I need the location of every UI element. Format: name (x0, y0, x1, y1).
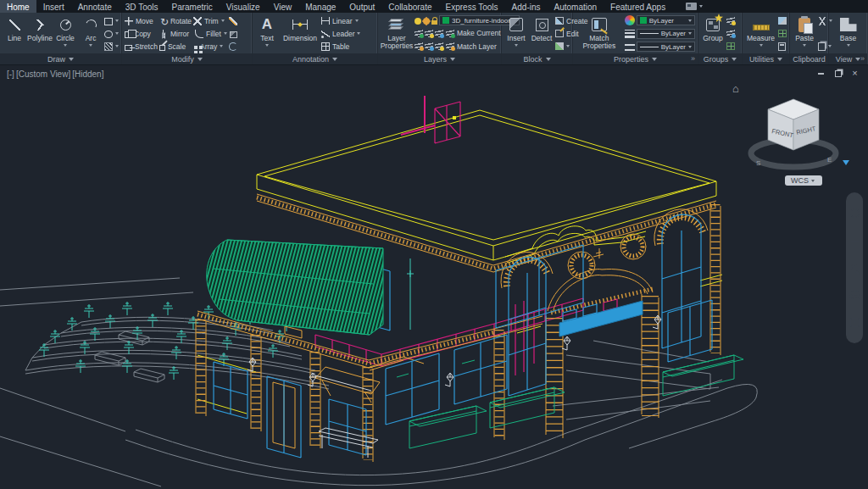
tab-annotate[interactable]: Annotate (71, 0, 119, 13)
text-button[interactable]: AText (255, 14, 279, 53)
viewport-visual-style-control[interactable]: [Hidden] (72, 69, 103, 79)
layer-tool-icon[interactable] (425, 42, 433, 50)
array-button[interactable]: Array (193, 41, 227, 52)
mirror-button[interactable]: Mirror (159, 28, 192, 39)
chevron-down-icon (699, 5, 703, 9)
measure-button[interactable]: Measure (745, 14, 776, 53)
id-point-button[interactable] (778, 28, 787, 39)
showmotion-icon[interactable] (850, 318, 860, 327)
layer-tool-icon[interactable] (435, 42, 443, 50)
viewcube[interactable]: ⌂ S E FRONT RIGHT WCS (737, 79, 856, 186)
make-current-button[interactable]: Make Current (446, 28, 501, 39)
tab-3d-tools[interactable]: 3D Tools (119, 0, 165, 13)
copy-button[interactable]: Copy (125, 28, 158, 39)
close-icon[interactable]: × (850, 69, 860, 78)
rectangle-button[interactable] (104, 15, 119, 26)
quick-select-button[interactable] (778, 15, 787, 26)
layer-on-icon[interactable] (415, 18, 421, 25)
tab-express-tools[interactable]: Express Tools (439, 0, 505, 13)
layer-tool-icon[interactable] (425, 30, 433, 37)
match-layer-button[interactable]: Match Layer (446, 41, 497, 52)
panel-title-groups[interactable]: Groups (698, 53, 742, 64)
tab-view[interactable]: View (267, 0, 299, 13)
tab-add-ins[interactable]: Add-ins (505, 0, 548, 13)
group-select-button[interactable] (726, 41, 735, 52)
orbit-icon[interactable] (850, 290, 860, 299)
lineweight-dropdown[interactable]: ByLayer (637, 29, 695, 39)
quick-calc-button[interactable] (778, 41, 787, 52)
viewport-view-control[interactable]: [Custom View] (16, 69, 70, 79)
tab-featured-apps[interactable]: Featured Apps (604, 0, 672, 13)
dialog-launcher-icon[interactable]: » (691, 55, 695, 63)
panel-title-clipboard[interactable]: Clipboard (790, 53, 828, 64)
stretch-button[interactable]: Stretch (125, 41, 158, 52)
ellipse-button[interactable] (104, 28, 119, 39)
ungroup-button[interactable] (726, 15, 735, 26)
tab-automation[interactable]: Automation (548, 0, 604, 13)
tab-manage[interactable]: Manage (298, 0, 342, 13)
match-properties-button[interactable]: Match Properties (576, 14, 623, 53)
trim-icon (193, 17, 202, 25)
scale-button[interactable]: Scale (159, 41, 192, 52)
table-button[interactable]: Table (321, 41, 360, 52)
panel-title-utilities[interactable]: Utilities (743, 53, 789, 64)
dialog-launcher-icon[interactable]: » (860, 55, 865, 63)
compass-east-label[interactable]: E (827, 156, 832, 164)
tab-insert[interactable]: Insert (36, 0, 71, 13)
layer-thaw-icon[interactable] (423, 18, 430, 25)
circle-button[interactable]: Circle (53, 14, 77, 53)
base-button[interactable]: Base (837, 14, 860, 53)
layer-lock-icon[interactable] (431, 20, 437, 25)
trim-button[interactable]: Trim (193, 15, 227, 26)
panel-title-view[interactable]: View» (829, 53, 867, 64)
arc-button[interactable]: Arc (79, 14, 103, 53)
group-button[interactable]: Group (701, 14, 725, 53)
fillet-button[interactable]: Fillet (193, 28, 227, 39)
offset-button[interactable] (229, 41, 237, 52)
hatch-button[interactable] (104, 41, 119, 52)
object-color-dropdown[interactable]: ByLayer (637, 15, 695, 25)
ribbon-extra-button[interactable] (681, 0, 708, 13)
tab-output[interactable]: Output (342, 0, 381, 13)
viewport-minimize-control[interactable]: [-] (7, 69, 14, 79)
panel-title-modify[interactable]: Modify (122, 53, 252, 64)
tab-home[interactable]: Home (0, 0, 36, 13)
tab-collaborate[interactable]: Collaborate (381, 0, 438, 13)
home-icon[interactable]: ⌂ (732, 82, 739, 95)
model-space-canvas[interactable]: [-] [Custom View] [Hidden] × (0, 65, 868, 489)
panel-title-draw[interactable]: Draw (0, 53, 121, 64)
dimension-button[interactable]: Dimension (281, 14, 320, 53)
tab-parametric[interactable]: Parametric (164, 0, 219, 13)
polyline-button[interactable]: Polyline (28, 14, 52, 53)
restore-icon[interactable] (833, 69, 843, 78)
rotate-button[interactable]: Rotate (159, 15, 192, 26)
layer-tool-icon[interactable] (415, 30, 423, 37)
layer-tool-icon[interactable] (435, 30, 443, 37)
pan-icon[interactable] (850, 236, 860, 246)
detect-button[interactable]: Detect (530, 14, 554, 53)
steering-wheel-icon[interactable] (850, 208, 860, 218)
panel-title-block[interactable]: Block (502, 53, 572, 64)
move-button[interactable]: Move (125, 15, 158, 26)
linetype-dropdown[interactable]: ByLayer (637, 42, 695, 52)
zoom-icon[interactable] (851, 264, 858, 271)
panel-title-annotation[interactable]: Annotation (253, 53, 377, 64)
linear-button[interactable]: Linear (321, 15, 360, 26)
lineweight-icon (625, 29, 635, 38)
wcs-selector[interactable]: WCS (785, 175, 822, 186)
line-button[interactable]: Line (3, 14, 26, 53)
insert-button[interactable]: Insert (504, 14, 528, 53)
group-edit-button[interactable] (726, 28, 735, 39)
paste-button[interactable]: Paste (793, 14, 816, 53)
layer-tool-icon[interactable] (415, 42, 423, 50)
panel-title-layers[interactable]: Layers (378, 53, 501, 64)
minimize-icon[interactable] (816, 69, 826, 78)
panel-title-properties[interactable]: Properties» (573, 53, 698, 64)
erase-button[interactable] (229, 15, 237, 26)
tab-visualize[interactable]: Visualize (220, 0, 267, 13)
compass-south-label[interactable]: S (756, 159, 760, 167)
leader-button[interactable]: Leader (321, 28, 360, 39)
layer-properties-button[interactable]: Layer Properties (381, 14, 413, 53)
viewcube-menu-icon[interactable] (843, 160, 849, 169)
explode-button[interactable] (229, 28, 237, 39)
